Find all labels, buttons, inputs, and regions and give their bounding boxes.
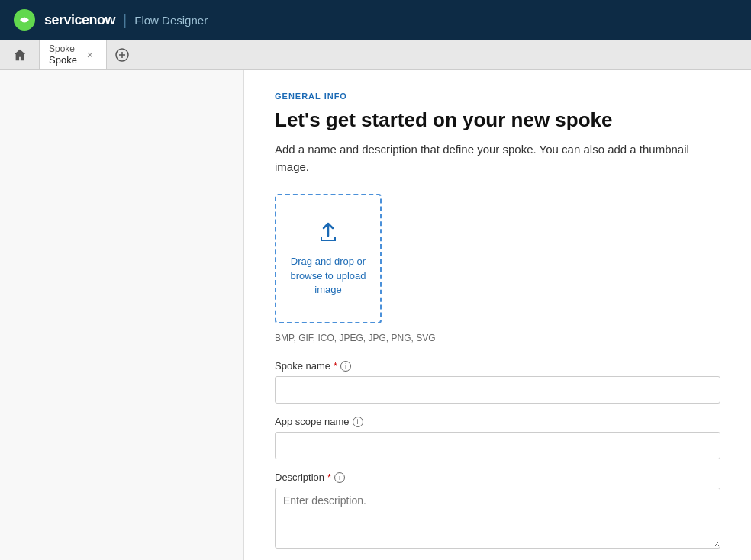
top-nav: servicenow | Flow Designer bbox=[0, 0, 751, 40]
nav-divider: | bbox=[123, 11, 127, 29]
section-label: GENERAL INFO bbox=[275, 92, 720, 101]
plus-circle-icon bbox=[114, 47, 130, 63]
home-tab[interactable] bbox=[0, 40, 40, 69]
description-textarea[interactable] bbox=[275, 488, 720, 549]
tab-bar: Spoke Spoke × bbox=[0, 40, 751, 70]
spoke-tab[interactable]: Spoke Spoke × bbox=[40, 40, 107, 69]
home-icon bbox=[13, 48, 27, 62]
app-scope-label: App scope name i bbox=[275, 416, 720, 427]
required-indicator: * bbox=[334, 360, 337, 372]
page-description: Add a name and description that define y… bbox=[275, 141, 717, 175]
upload-dropzone[interactable]: Drag and drop or browse to upload image bbox=[275, 194, 382, 323]
app-scope-input[interactable] bbox=[275, 432, 720, 459]
file-formats: BMP, GIF, ICO, JPEG, JPG, PNG, SVG bbox=[275, 331, 720, 345]
servicenow-logo-icon bbox=[12, 8, 37, 32]
description-group: Description * i bbox=[275, 471, 720, 552]
close-tab-button[interactable]: × bbox=[83, 48, 97, 62]
description-label: Description * i bbox=[275, 471, 720, 483]
app-scope-info-icon[interactable]: i bbox=[353, 417, 363, 427]
description-info-icon[interactable]: i bbox=[334, 472, 345, 483]
page-title: Let's get started on your new spoke bbox=[275, 108, 720, 132]
spoke-tab-label: Spoke bbox=[49, 43, 77, 54]
upload-icon bbox=[317, 220, 340, 249]
left-sidebar bbox=[0, 70, 244, 560]
content-area: GENERAL INFO Let's get started on your n… bbox=[244, 70, 751, 560]
spoke-name-input[interactable] bbox=[275, 376, 720, 404]
spoke-name-info-icon[interactable]: i bbox=[340, 361, 351, 372]
main-layout: GENERAL INFO Let's get started on your n… bbox=[0, 70, 751, 560]
spoke-name-label: Spoke name * i bbox=[275, 360, 720, 372]
description-required-indicator: * bbox=[327, 471, 331, 483]
add-tab-button[interactable] bbox=[107, 40, 137, 69]
app-scope-group: App scope name i bbox=[275, 416, 720, 459]
upload-text: Drag and drop or browse to upload image bbox=[288, 255, 368, 297]
app-title: Flow Designer bbox=[134, 14, 208, 27]
spoke-tab-sublabel: Spoke bbox=[49, 54, 77, 66]
spoke-name-group: Spoke name * i bbox=[275, 360, 720, 404]
logo-text: servicenow bbox=[44, 12, 115, 28]
logo-area: servicenow | Flow Designer bbox=[12, 8, 208, 32]
